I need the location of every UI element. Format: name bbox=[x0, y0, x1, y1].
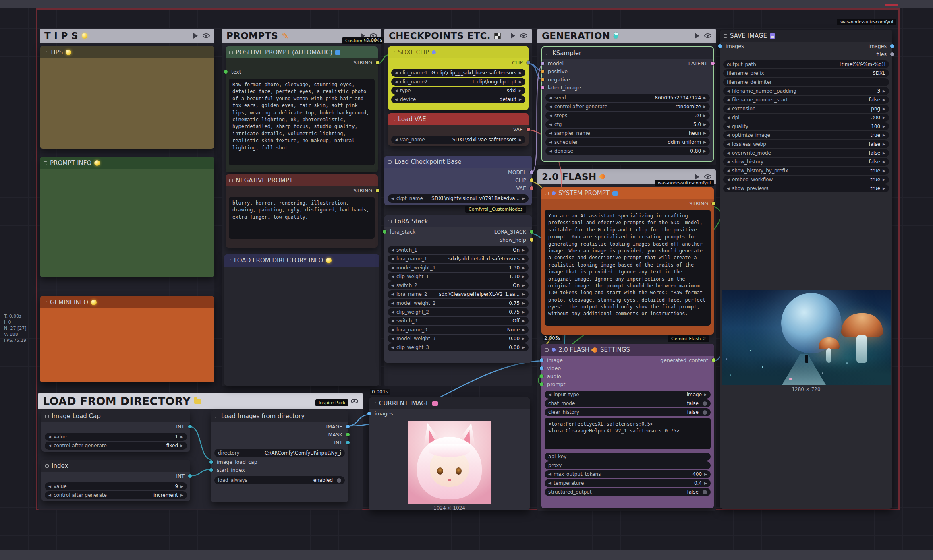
input-slot[interactable]: positive bbox=[542, 67, 713, 75]
node-sdxl-clip[interactable]: SDXL CLIP CLIP clip_name1G clip\clip_g_s… bbox=[388, 46, 529, 110]
increment-icon[interactable] bbox=[883, 187, 885, 190]
decrement-icon[interactable] bbox=[727, 89, 730, 93]
widget-row[interactable]: filename_number_padding3 bbox=[723, 87, 889, 95]
output-dot[interactable] bbox=[188, 474, 192, 478]
node-graph-canvas[interactable]: T: 0.00sI: 0N: 27 [27]V: 188FPS:75.19 T … bbox=[0, 0, 933, 560]
increment-icon[interactable] bbox=[522, 293, 525, 296]
widget-row[interactable]: show_history_by_prefixtrue bbox=[723, 167, 889, 175]
widget-row[interactable]: quality100 bbox=[723, 122, 889, 130]
increment-icon[interactable] bbox=[522, 284, 525, 287]
decrement-icon[interactable] bbox=[395, 98, 398, 101]
node-load-dir-info[interactable]: LOAD FROM DIRECTORY INFO bbox=[224, 254, 379, 386]
extra-prompt-textarea[interactable]: <lora:PerfectEyesXL.safetensors:0.5> <lo… bbox=[545, 418, 711, 449]
output-slot[interactable]: INT bbox=[41, 472, 190, 480]
output-slot[interactable]: show_help bbox=[384, 236, 532, 244]
widget-row[interactable]: dpi300 bbox=[723, 114, 889, 122]
increment-icon[interactable] bbox=[703, 96, 706, 100]
node-prompt-info[interactable]: PROMPT INFO bbox=[40, 157, 214, 277]
input-dot[interactable] bbox=[541, 86, 544, 89]
increment-icon[interactable] bbox=[522, 346, 525, 349]
decrement-icon[interactable] bbox=[549, 141, 552, 144]
widget-row[interactable]: load_alwaysenabled bbox=[214, 476, 345, 484]
node-header[interactable]: LoRA Stack bbox=[384, 215, 532, 227]
output-slot[interactable]: MASK bbox=[211, 430, 348, 438]
increment-icon[interactable] bbox=[180, 494, 183, 497]
decrement-icon[interactable] bbox=[727, 116, 730, 120]
increment-icon[interactable] bbox=[522, 275, 525, 279]
widget-row[interactable]: value9 bbox=[45, 482, 187, 490]
output-slot[interactable]: VAE bbox=[384, 184, 532, 192]
node-header[interactable]: NEGATIVE PROMPT bbox=[226, 174, 378, 186]
input-dot[interactable] bbox=[541, 62, 544, 65]
group-run-icon[interactable] bbox=[193, 33, 198, 39]
widget-row[interactable]: clip_weight_11.30 bbox=[388, 273, 529, 281]
widget-row[interactable]: clip_weight_20.75 bbox=[388, 308, 529, 316]
increment-icon[interactable] bbox=[522, 328, 525, 332]
output-dot[interactable] bbox=[530, 186, 533, 190]
increment-icon[interactable] bbox=[519, 98, 522, 101]
node-save-image[interactable]: SAVE IMAGE imagesfiles images output_pat… bbox=[720, 30, 892, 509]
increment-icon[interactable] bbox=[522, 310, 525, 314]
group-visibility-icon[interactable] bbox=[203, 33, 210, 38]
increment-icon[interactable] bbox=[704, 393, 707, 397]
input-dot[interactable] bbox=[383, 230, 386, 234]
widget-row[interactable]: model_weight_30.00 bbox=[388, 335, 529, 343]
increment-icon[interactable] bbox=[703, 141, 706, 144]
decrement-icon[interactable] bbox=[395, 138, 398, 142]
decrement-icon[interactable] bbox=[727, 143, 730, 146]
decrement-icon[interactable] bbox=[549, 123, 552, 126]
node-header[interactable]: CURRENT IMAGE bbox=[369, 397, 530, 409]
collapse-icon[interactable] bbox=[45, 415, 49, 418]
increment-icon[interactable] bbox=[703, 105, 706, 109]
node-negative-prompt[interactable]: NEGATIVE PROMPT STRING blurry, horror, r… bbox=[226, 174, 378, 248]
collapse-icon[interactable] bbox=[228, 259, 231, 262]
decrement-icon[interactable] bbox=[391, 337, 394, 341]
input-slot[interactable]: video bbox=[541, 364, 714, 372]
output-slot[interactable]: STRING bbox=[226, 58, 378, 66]
output-slot[interactable]: files bbox=[720, 50, 892, 58]
input-dot[interactable] bbox=[540, 382, 543, 386]
node-flash-settings[interactable]: 2.0 FLASH SETTINGS generated_content ima… bbox=[541, 344, 714, 508]
group-run-icon[interactable] bbox=[511, 33, 515, 39]
increment-icon[interactable] bbox=[883, 143, 885, 146]
input-slot[interactable]: image_load_cap bbox=[211, 458, 348, 466]
widget-row[interactable]: lora_name_1sdxl\add-detail-xl.safetensor… bbox=[388, 255, 529, 263]
group-header-checkpoints[interactable]: CHECKPOINTS ETC. bbox=[384, 29, 532, 43]
widget-row[interactable]: switch_1On bbox=[388, 246, 529, 254]
decrement-icon[interactable] bbox=[727, 187, 730, 190]
node-image-load-cap[interactable]: Image Load Cap INT value1control after g… bbox=[41, 410, 190, 452]
widget-row[interactable]: filename_number_startfalse bbox=[723, 96, 889, 104]
node-header[interactable]: LOAD FROM DIRECTORY INFO bbox=[224, 254, 379, 267]
widget-row[interactable]: vae_nameSDXL\sdxl.vae.safetensors bbox=[391, 136, 525, 144]
group-header-tips[interactable]: T I P S bbox=[40, 29, 214, 43]
widget-row[interactable]: lora_name_3None bbox=[388, 326, 529, 334]
decrement-icon[interactable] bbox=[727, 125, 730, 128]
increment-icon[interactable] bbox=[522, 197, 525, 200]
node-positive-prompt[interactable]: POSITIVE PROMPT (AUTOMATIC) STRING text … bbox=[226, 46, 378, 172]
group-header-load-directory[interactable]: LOAD FROM DIRECTORY bbox=[38, 393, 363, 409]
output-dot[interactable] bbox=[527, 61, 530, 64]
increment-icon[interactable] bbox=[883, 89, 885, 93]
group-visibility-icon[interactable] bbox=[351, 399, 358, 403]
input-slot[interactable]: images bbox=[720, 42, 892, 50]
output-dot[interactable] bbox=[530, 170, 533, 174]
output-dot[interactable] bbox=[188, 425, 192, 428]
widget-row[interactable]: ckpt_nameSDXL\nightvisionxl_v0791Bakedva… bbox=[388, 194, 529, 203]
decrement-icon[interactable] bbox=[549, 105, 552, 109]
node-header[interactable]: Load VAE bbox=[388, 113, 529, 125]
collapse-icon[interactable] bbox=[724, 34, 727, 38]
collapse-icon[interactable] bbox=[44, 161, 47, 165]
decrement-icon[interactable] bbox=[391, 302, 394, 305]
prompt-textarea[interactable]: blurry, horror, rendering, illustration,… bbox=[229, 197, 375, 239]
input-slot[interactable]: audio bbox=[541, 372, 714, 380]
collapse-icon[interactable] bbox=[546, 52, 549, 55]
node-header[interactable]: SDXL CLIP bbox=[388, 46, 529, 58]
decrement-icon[interactable] bbox=[391, 319, 394, 323]
input-dot[interactable] bbox=[541, 70, 544, 73]
widget-row[interactable]: show_previewstrue bbox=[723, 184, 889, 192]
widget-row[interactable]: control after generatefixed bbox=[45, 442, 187, 450]
node-lora-stack[interactable]: LoRA Stack LORA_STACKshow_help lora_stac… bbox=[384, 215, 532, 363]
increment-icon[interactable] bbox=[883, 160, 885, 164]
widget-row[interactable]: max_output_tokens400 bbox=[545, 470, 711, 478]
widget-row[interactable]: switch_2On bbox=[388, 281, 529, 289]
